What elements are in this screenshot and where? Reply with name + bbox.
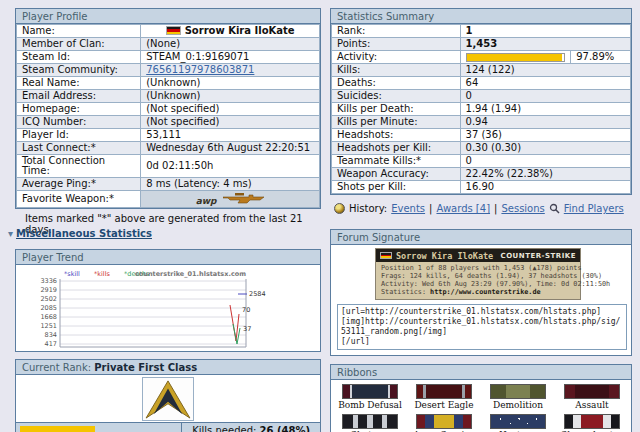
miscellaneous-statistics-link[interactable]: ▾Miscellaneous Statistics bbox=[8, 228, 321, 240]
svg-text:1251: 1251 bbox=[40, 322, 57, 330]
average-ping-value: 8 ms (Latency: 4 ms) bbox=[141, 178, 320, 191]
table-row: Headshots per Kill: 0.30 (0.30) bbox=[332, 142, 631, 155]
current-rank-body bbox=[16, 375, 320, 422]
svg-text:834: 834 bbox=[45, 331, 57, 339]
profile-value: (Not specified) bbox=[141, 103, 320, 116]
ribbon-image bbox=[416, 414, 472, 429]
profile-label: Player Id: bbox=[17, 129, 141, 142]
table-row: Weapon Accuracy: 22.42% (22.38%) bbox=[332, 168, 631, 181]
statistics-summary-panel: Statistics Summary Rank: 1 Points: 1,453… bbox=[330, 8, 632, 195]
table-row: Real Name: (Unknown) bbox=[17, 77, 320, 90]
table-row: Member of Clan: (None) bbox=[17, 38, 320, 51]
legend-kills: *kills bbox=[94, 270, 110, 278]
steam-id-value: STEAM_0:1:9169071 bbox=[141, 51, 320, 64]
find-players-link[interactable]: Find Players bbox=[564, 203, 624, 214]
svg-text:2919: 2919 bbox=[40, 286, 57, 294]
rank-insignia-icon bbox=[145, 379, 191, 419]
table-row: Total Connection Time: 0d 02:11:50h bbox=[17, 155, 320, 178]
separator: | bbox=[494, 203, 497, 214]
awards-link[interactable]: Awards [4] bbox=[436, 203, 490, 214]
activity-bar-cell bbox=[460, 51, 571, 64]
stat-label: Points: bbox=[332, 38, 461, 51]
table-row: Activity: 97.89% bbox=[332, 51, 631, 64]
svg-text:1668: 1668 bbox=[40, 313, 57, 321]
forum-signature-panel: Forum Signature Sorrow Kira IloKate Coun… bbox=[330, 229, 632, 356]
bbcode-textarea[interactable]: [url=http://counterstrike_01.hlstatsx.co… bbox=[337, 304, 627, 350]
kills-needed: Kills needed: 26 (48%) bbox=[181, 423, 320, 432]
stat-value: 0.30 (0.30) bbox=[460, 142, 630, 155]
misc-link-label: Miscellaneous Statistics bbox=[16, 228, 152, 239]
ribbon-image bbox=[342, 414, 398, 429]
signature-stats-url: http://www.counterstrike.de bbox=[430, 288, 541, 296]
stat-value: 0 bbox=[460, 90, 630, 103]
player-trend-panel: Player Trend *skill *kills *deaths count… bbox=[15, 249, 321, 352]
legend-skill: *skill bbox=[64, 270, 80, 278]
svg-text:70: 70 bbox=[242, 306, 250, 314]
ribbon-label: Demolition bbox=[481, 400, 555, 411]
table-row: Headshots: 37 (36) bbox=[332, 129, 631, 142]
asterisk-note: Items marked "*" above are generated fro… bbox=[25, 213, 321, 224]
sessions-link[interactable]: Sessions bbox=[501, 203, 544, 214]
signature-line: Frags: 124 kills, 64 deaths (1.94), 37 h… bbox=[381, 272, 575, 280]
table-row: Shots per Kill: 16.90 bbox=[332, 181, 631, 194]
stat-value: 37 (36) bbox=[460, 129, 630, 142]
table-row: Player Id: 53,111 bbox=[17, 129, 320, 142]
history-links-bar: History: Events | Awards [4] | Sessions … bbox=[334, 202, 632, 215]
stat-label: Weapon Accuracy: bbox=[332, 168, 461, 181]
ribbons-grid: Bomb Defusal Desert Eagle Demolition Ass… bbox=[331, 380, 631, 432]
ribbon-label: Assault bbox=[555, 400, 629, 411]
table-row: Steam Community: 76561197978603871 bbox=[17, 64, 320, 77]
table-row: Rank: 1 bbox=[332, 25, 631, 38]
steam-community-link[interactable]: 76561197978603871 bbox=[146, 64, 254, 75]
events-link[interactable]: Events bbox=[391, 203, 425, 214]
ribbon-image bbox=[490, 384, 546, 399]
counter-strike-logo: Counter-Strike bbox=[501, 252, 577, 260]
svg-text:2502: 2502 bbox=[40, 295, 57, 303]
favorite-weapon-cell: awp bbox=[141, 191, 320, 208]
ribbon-item: Desert Eagle bbox=[407, 384, 481, 411]
table-row: Teammate Kills:* 0 bbox=[332, 155, 631, 168]
germany-flag-icon bbox=[166, 26, 181, 35]
statistics-table: Rank: 1 Points: 1,453 Activity: 97.89% K… bbox=[331, 24, 631, 194]
profile-value: 76561197978603871 bbox=[141, 64, 320, 77]
stat-label: Kills per Death: bbox=[332, 103, 461, 116]
stat-label: Teammate Kills:* bbox=[332, 155, 461, 168]
current-rank-panel: Current Rank: Private First Class Kills … bbox=[15, 359, 321, 432]
stat-label: Kills: bbox=[332, 64, 461, 77]
player-id-value: 53,111 bbox=[141, 129, 320, 142]
right-column: Statistics Summary Rank: 1 Points: 1,453… bbox=[330, 8, 632, 432]
stat-label: Activity: bbox=[332, 51, 461, 64]
table-row: Steam Id: STEAM_0:1:9169071 bbox=[17, 51, 320, 64]
awp-label: awp bbox=[196, 196, 217, 206]
stat-label: Suicides: bbox=[332, 90, 461, 103]
profile-label: Last Connect:* bbox=[17, 142, 141, 155]
stat-value: 0 bbox=[460, 155, 630, 168]
stat-label: Kills per Minute: bbox=[332, 116, 461, 129]
table-row: Name: Sorrow Kira IloKate bbox=[17, 25, 320, 38]
player-trend-title: Player Trend bbox=[16, 250, 320, 265]
points-value: 1,453 bbox=[460, 38, 630, 51]
profile-value: (Unknown) bbox=[141, 90, 320, 103]
player-trend-chart: *skill *kills *deaths counterstrike_01.h… bbox=[16, 265, 320, 351]
ribbon-item: Demolition bbox=[481, 384, 555, 411]
stat-value: 124 (122) bbox=[460, 64, 630, 77]
current-rank-label: Current Rank: bbox=[22, 362, 91, 373]
player-profile-table: Name: Sorrow Kira IloKate Member of Clan… bbox=[16, 24, 320, 208]
left-column: Player Profile Name: Sorrow Kira IloKate… bbox=[15, 8, 321, 432]
profile-value: (Not specified) bbox=[141, 116, 320, 129]
chart-watermark: counterstrike_01.hlstatsx.com bbox=[135, 270, 246, 278]
svg-text:417: 417 bbox=[45, 340, 57, 348]
stat-value: 0.94 bbox=[460, 116, 630, 129]
stat-label: Headshots per Kill: bbox=[332, 142, 461, 155]
signature-image: Sorrow Kira IloKate Counter-Strike Posit… bbox=[375, 248, 581, 300]
profile-label: Steam Community: bbox=[17, 64, 141, 77]
signature-line: Position 1 of 88 players with 1,453 (▲17… bbox=[381, 264, 575, 272]
awp-rifle-icon bbox=[223, 192, 265, 204]
svg-text:2584: 2584 bbox=[249, 290, 266, 298]
activity-percent: 97.89% bbox=[571, 51, 631, 64]
germany-flag-icon bbox=[380, 252, 392, 259]
signature-player-name: Sorrow Kira IloKate bbox=[396, 251, 501, 261]
profile-label: Steam Id: bbox=[17, 51, 141, 64]
ribbons-panel: Ribbons Bomb Defusal Desert Eagle Demoli… bbox=[330, 364, 632, 432]
trend-chart-svg: *skill *kills *deaths counterstrike_01.h… bbox=[16, 267, 316, 349]
